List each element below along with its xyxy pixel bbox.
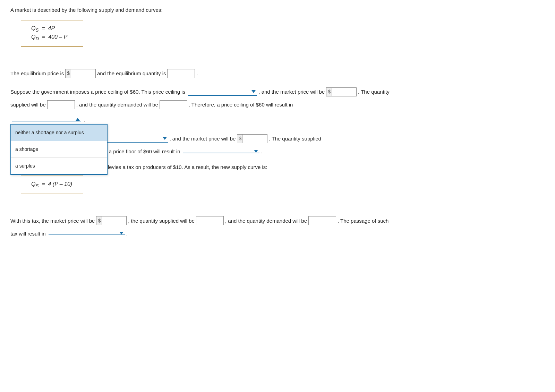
tax-price-input-wrapper[interactable]: $	[96, 216, 127, 225]
price-floor-price-input-wrapper[interactable]: $	[237, 134, 267, 143]
price-floor-text2: , and the market price will be	[170, 133, 236, 144]
price-floor-price-input[interactable]	[243, 135, 267, 143]
equilibrium-price-input-wrapper[interactable]: $	[65, 69, 96, 78]
price-ceiling-price-input-wrapper[interactable]: $	[326, 87, 357, 96]
intro-text: A market is described by the following s…	[10, 7, 545, 13]
equation-qd: QD = 400 – P	[31, 34, 83, 41]
dollar-sign: $	[66, 69, 71, 78]
tax-result-dropdown[interactable]	[49, 232, 125, 235]
price-ceiling-line1: Suppose the government imposes a price c…	[10, 86, 545, 97]
price-floor-period: .	[261, 146, 262, 157]
tax-text2: , the quantity supplied will be	[128, 215, 195, 227]
dollar-sign-floor: $	[237, 135, 243, 143]
price-ceiling-result-dropdown-value	[12, 119, 76, 120]
tax-line1: With this tax, the market price will be …	[10, 215, 545, 227]
dropdown-option-shortage[interactable]: a shortage	[11, 141, 107, 158]
tax-text1: With this tax, the market price will be	[10, 215, 95, 227]
price-ceiling-line2: supplied will be , and the quantity dema…	[10, 99, 545, 110]
dropdown-option-surplus[interactable]: a surplus	[11, 158, 107, 174]
tax-line2: tax will result in .	[10, 228, 545, 239]
price-ceiling-result-dropdown-trigger[interactable]	[12, 118, 81, 121]
price-ceiling-text1: Suppose the government imposes a price c…	[10, 86, 185, 97]
equilibrium-text-middle: and the equilibrium quantity is	[97, 68, 166, 79]
price-floor-result-dropdown-arrow[interactable]	[254, 150, 258, 153]
dollar-sign-tax: $	[96, 216, 102, 225]
tax-text4: . The passage of such	[338, 215, 388, 227]
equilibrium-section: The equilibrium price is $ and the equil…	[10, 68, 545, 79]
tax-demanded-input[interactable]	[308, 216, 336, 225]
price-ceiling-demanded-input[interactable]	[160, 100, 187, 109]
equilibrium-text-before: The equilibrium price is	[10, 68, 64, 79]
price-floor-dropdown1-arrow[interactable]	[163, 137, 167, 140]
equilibrium-price-input[interactable]	[71, 69, 95, 78]
price-ceiling-supplied-input[interactable]	[47, 100, 75, 109]
tax-result-dropdown-value	[49, 232, 119, 234]
equation-block-bottom: QS = 4 (P – 10)	[21, 176, 83, 194]
price-ceiling-dropdown1-input[interactable]	[188, 88, 251, 95]
tax-price-input[interactable]	[102, 216, 126, 225]
tax-text5: tax will result in	[10, 228, 46, 239]
price-ceiling-result-dropdown-container[interactable]: neither a shortage nor a surplus a short…	[10, 112, 83, 124]
price-ceiling-dropdown1[interactable]	[188, 88, 257, 96]
price-ceiling-price-input[interactable]	[332, 88, 356, 96]
price-ceiling-text6: . Therefore, a price ceiling of $60 will…	[189, 99, 293, 110]
equilibrium-quantity-input[interactable]	[167, 69, 195, 78]
price-ceiling-result-dropdown-menu: neither a shortage nor a surplus a short…	[10, 124, 108, 174]
price-floor-dropdown1[interactable]	[99, 135, 168, 143]
price-ceiling-result-area: neither a shortage nor a surplus a short…	[10, 112, 545, 126]
equation-block-top: QS = 4P QD = 400 – P	[21, 20, 83, 47]
price-ceiling-dropdown1-arrow[interactable]	[251, 90, 256, 93]
price-floor-result-dropdown[interactable]	[183, 150, 259, 153]
equation-qs-tax: QS = 4 (P – 10)	[31, 181, 83, 188]
tax-text3: , and the quantity demanded will be	[225, 215, 307, 227]
equilibrium-text-end: .	[196, 68, 198, 79]
tax-section: With this tax, the market price will be …	[10, 215, 545, 239]
tax-supplied-input[interactable]	[196, 216, 224, 225]
price-floor-dropdown1-input[interactable]	[99, 135, 163, 142]
tax-period: .	[126, 228, 128, 239]
price-ceiling-result-dropdown-arrow[interactable]	[76, 118, 80, 121]
price-ceiling-text2: , and the market price will be	[258, 86, 325, 97]
price-ceiling-text4: supplied will be	[10, 99, 46, 110]
equation-qs: QS = 4P	[31, 25, 83, 33]
price-ceiling-text3: . The quantity	[358, 86, 390, 97]
dollar-sign-ceiling: $	[326, 88, 332, 96]
dropdown-option-neither[interactable]: neither a shortage nor a surplus	[11, 125, 107, 141]
price-floor-result-dropdown-value	[183, 151, 254, 152]
price-ceiling-text5: , and the quantity demanded will be	[76, 99, 158, 110]
price-ceiling-section: Suppose the government imposes a price c…	[10, 86, 545, 126]
price-floor-text3: . The quantity supplied	[269, 133, 321, 144]
tax-result-dropdown-arrow[interactable]	[119, 232, 123, 235]
